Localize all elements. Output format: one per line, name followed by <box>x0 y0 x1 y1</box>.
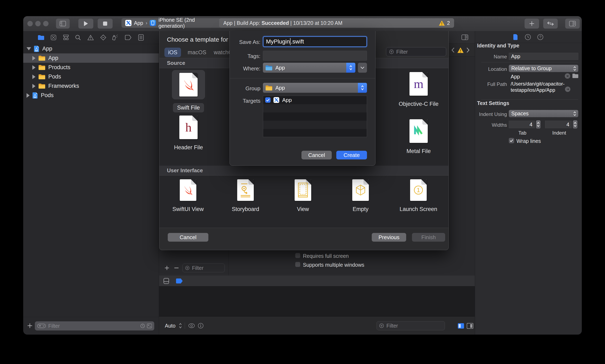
editor-options-button[interactable] <box>461 34 469 41</box>
name-field[interactable]: App <box>509 53 578 60</box>
navigator-filter-field[interactable] <box>35 321 154 330</box>
next-issue-button[interactable] <box>465 47 471 54</box>
tab-macos[interactable]: macOS <box>188 49 206 56</box>
indent-using-popup[interactable]: Spaces <box>509 110 578 117</box>
tab-breakpoint-navigator[interactable] <box>124 34 132 41</box>
zoom-window-button[interactable] <box>43 21 49 26</box>
tab-ios[interactable]: iOS <box>165 48 181 57</box>
toggle-inspector-button[interactable] <box>565 19 580 28</box>
tree-item-app-project[interactable]: App <box>23 44 159 53</box>
tab-debug-navigator[interactable] <box>111 34 118 41</box>
toggle-navigator-button[interactable] <box>56 19 70 28</box>
template-objc-file[interactable]: m Objective-C File <box>392 72 446 109</box>
library-add-button[interactable] <box>524 19 539 28</box>
add-file-button[interactable] <box>26 322 34 330</box>
info-remove-button[interactable] <box>173 264 180 272</box>
location-popup[interactable]: Relative to Group <box>509 65 578 72</box>
source-control-status-icon[interactable] <box>147 323 152 329</box>
disclosure-open-icon[interactable] <box>27 47 31 50</box>
expand-dialog-button[interactable] <box>358 63 367 73</box>
tab-test-navigator[interactable] <box>100 34 107 41</box>
show-console-view-button[interactable] <box>466 322 474 329</box>
template-view[interactable]: View <box>276 179 330 214</box>
group-popup[interactable]: App <box>263 83 367 93</box>
open-path-arrow-button[interactable] <box>565 87 570 92</box>
tab-symbol-navigator[interactable] <box>62 34 69 41</box>
template-launch-screen[interactable]: 1 Launch Screen <box>391 179 445 214</box>
target-checkbox-checked[interactable] <box>265 97 271 103</box>
activity-status-bar[interactable]: App | Build App: Succeeded | 10/13/20 at… <box>219 18 454 28</box>
tree-item-products[interactable]: Products <box>23 63 159 72</box>
template-filter-input[interactable] <box>396 49 443 55</box>
disclosure-closed-icon[interactable] <box>32 75 35 79</box>
folder-icon <box>38 65 45 70</box>
template-header-file[interactable]: h Header File <box>162 116 215 152</box>
show-variables-view-button[interactable] <box>457 322 465 329</box>
tab-project-navigator[interactable] <box>38 34 45 41</box>
tab-help-inspector[interactable]: ? <box>537 34 544 40</box>
target-row-app[interactable]: App <box>263 96 367 104</box>
choose-folder-button[interactable] <box>572 73 579 79</box>
template-swift-file[interactable]: Swift File <box>162 70 215 112</box>
recent-files-clock-icon[interactable] <box>140 323 145 329</box>
close-window-button[interactable] <box>27 21 33 26</box>
tab-source-control[interactable] <box>50 34 57 41</box>
minimize-window-button[interactable] <box>35 21 41 26</box>
issue-warning-badge[interactable] <box>457 47 464 54</box>
tree-item-app-group[interactable]: App <box>23 53 159 63</box>
tab-file-inspector[interactable] <box>512 34 519 40</box>
tree-item-pods-group[interactable]: Pods <box>23 72 159 81</box>
save-as-field[interactable]: MyPlugin.swift <box>263 36 367 47</box>
dialog-create-button[interactable]: Create <box>336 151 367 159</box>
version-editor-button[interactable] <box>543 19 558 28</box>
tree-item-pods-project[interactable]: Pods <box>23 91 159 100</box>
wrap-lines-checkbox[interactable] <box>509 138 514 143</box>
warning-count[interactable]: 2 <box>447 20 450 26</box>
run-button[interactable] <box>78 19 93 28</box>
template-swiftui-view[interactable]: SwiftUI View <box>161 179 215 214</box>
disclosure-closed-icon[interactable] <box>32 65 35 70</box>
requires-full-screen-checkbox[interactable] <box>295 253 300 258</box>
info-add-button[interactable] <box>163 264 171 272</box>
info-filter-field[interactable] <box>182 264 225 272</box>
template-filter-field[interactable] <box>386 47 446 56</box>
debug-console[interactable] <box>159 286 475 316</box>
debug-area-toggle-button[interactable] <box>163 278 170 284</box>
tab-width-stepper[interactable] <box>536 120 540 129</box>
info-filter-input[interactable] <box>192 265 222 271</box>
indent-width-field[interactable]: 4 <box>545 121 572 128</box>
breakpoints-toggle-button[interactable] <box>175 278 183 284</box>
dialog-cancel-button[interactable]: Cancel <box>302 151 332 159</box>
navigator-filter-input[interactable] <box>48 323 138 329</box>
quicklook-eye-button[interactable] <box>188 322 195 329</box>
where-popup[interactable]: App <box>263 63 355 73</box>
template-metal-file[interactable]: Metal File <box>392 119 446 156</box>
supports-multiple-windows-checkbox[interactable] <box>295 262 300 267</box>
stepper-chevrons-icon[interactable] <box>179 323 182 329</box>
disclosure-closed-icon[interactable] <box>32 84 35 88</box>
sheet-finish-button[interactable]: Finish <box>412 233 445 242</box>
console-filter-input[interactable] <box>386 323 442 329</box>
tags-field[interactable] <box>263 51 367 61</box>
tab-issue-navigator[interactable] <box>87 34 94 41</box>
scheme-selector[interactable]: App › iPhone SE (2nd generation) <box>122 18 223 28</box>
stop-button[interactable] <box>98 19 113 28</box>
filter-menu-icon[interactable] <box>37 323 46 329</box>
tree-item-frameworks[interactable]: Frameworks <box>23 81 159 91</box>
clear-location-button[interactable] <box>565 73 570 79</box>
sheet-previous-button[interactable]: Previous <box>372 233 406 242</box>
tab-report-navigator[interactable] <box>138 34 145 41</box>
tab-width-field[interactable]: 4 <box>509 121 535 128</box>
previous-issue-button[interactable] <box>450 47 456 54</box>
sheet-cancel-button[interactable]: Cancel <box>168 233 208 242</box>
template-empty[interactable]: Empty <box>334 179 387 214</box>
print-description-button[interactable] <box>197 322 204 329</box>
tab-find-navigator[interactable] <box>74 34 82 41</box>
indent-width-stepper[interactable] <box>573 120 578 129</box>
template-storyboard[interactable]: Storyboard <box>219 179 273 214</box>
console-filter-field[interactable] <box>376 321 445 330</box>
tab-history-inspector[interactable] <box>524 34 531 40</box>
disclosure-closed-icon[interactable] <box>27 93 30 98</box>
variables-view-mode[interactable]: Auto <box>165 323 175 329</box>
disclosure-closed-icon[interactable] <box>32 56 35 60</box>
